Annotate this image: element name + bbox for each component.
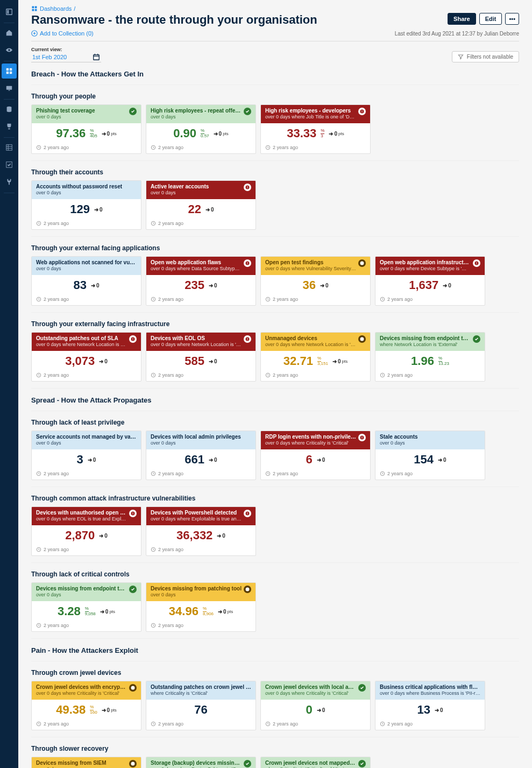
metric-card[interactable]: Devices missing from endpoint tools wher…: [375, 332, 485, 382]
metric-card[interactable]: Open web application infrastructure vuln…: [375, 256, 485, 306]
more-button[interactable]: •••: [505, 13, 519, 25]
date-picker[interactable]: 1st Feb 2020: [31, 52, 101, 62]
sidebar-home-icon[interactable]: [2, 25, 17, 40]
card-value: 76: [194, 703, 207, 717]
clock-icon: [36, 297, 41, 302]
sidebar-dashboard-icon[interactable]: [2, 64, 17, 79]
card-value: 661: [185, 453, 204, 467]
card-delta: ➜ 0: [209, 283, 217, 288]
metric-card[interactable]: Outstanding patches out of SLA over 0 da…: [31, 332, 141, 382]
card-row: Outstanding patches out of SLA over 0 da…: [31, 332, 519, 382]
card-timestamp: 2 years ago: [273, 297, 298, 302]
card-footer: 2 years ago: [32, 621, 141, 631]
sidebar-eye-icon[interactable]: [2, 43, 17, 58]
metric-card[interactable]: Open pen test findings over 0 days where…: [260, 256, 371, 306]
card-timestamp: 2 years ago: [273, 471, 298, 476]
add-to-collection[interactable]: Add to Collection (0): [31, 30, 94, 37]
card-title: Stale accounts: [380, 434, 480, 440]
card-value: 3.28: [58, 604, 81, 618]
dashboard-icon: [31, 5, 38, 12]
svg-rect-76: [247, 512, 248, 514]
section-heading: Breach - How the Attackers Get In: [31, 70, 519, 78]
sidebar-check-icon[interactable]: [2, 157, 17, 172]
status-badge: [244, 335, 251, 343]
metric-card[interactable]: Devices missing from endpoint tools over…: [31, 582, 141, 632]
card-header: Storage (backup) devices missing from en…: [146, 757, 256, 768]
sidebar-trophy-icon[interactable]: [2, 119, 17, 134]
share-button[interactable]: Share: [448, 13, 476, 25]
metric-card[interactable]: Devices missing from SIEM over 0 days 21…: [31, 757, 141, 768]
metric-card[interactable]: High risk employees - repeat offenders o…: [146, 104, 256, 154]
metric-card[interactable]: Active leaver accounts over 0 days 22 ➜ …: [146, 180, 256, 230]
clock-icon: [265, 145, 271, 150]
card-value: 1.96: [411, 354, 434, 368]
card-title: Business critical applications with flaw…: [380, 684, 480, 691]
metric-card[interactable]: Devices with Powershell detected over 0 …: [146, 506, 256, 556]
card-header: Open pen test findings over 0 days where…: [261, 257, 370, 275]
view-label: Current view:: [31, 47, 101, 52]
sidebar-table-icon[interactable]: [2, 140, 17, 155]
metric-card[interactable]: Devices with unauthorised open port dete…: [31, 506, 141, 556]
metric-card[interactable]: Devices with local admin privileges over…: [146, 431, 256, 480]
card-timestamp: 2 years ago: [44, 623, 69, 628]
sidebar-logo[interactable]: [2, 4, 17, 19]
metric-card[interactable]: Business critical applications with flaw…: [375, 681, 485, 730]
filters-button[interactable]: Filters not available: [452, 51, 519, 62]
metric-card[interactable]: Devices missing from patching tool over …: [146, 582, 256, 632]
card-footer: 2 years ago: [146, 143, 256, 153]
metric-card[interactable]: Accounts without password reset over 0 d…: [31, 180, 141, 230]
card-subtitle: over 0 days where Job Title is one of 'D…: [265, 114, 356, 119]
card-header: Devices missing from endpoint tools over…: [32, 583, 141, 601]
card-header: Devices with unauthorised open port dete…: [32, 507, 141, 525]
card-header: Devices with EOL OS over 0 days where Ne…: [146, 333, 256, 351]
card-header: Devices missing from patching tool over …: [146, 583, 256, 601]
section-heading: Pain - How the Attackers Exploit: [31, 646, 519, 654]
card-fraction: %160: [90, 705, 97, 715]
card-footer: 2 years ago: [375, 294, 485, 305]
card-timestamp: 2 years ago: [158, 471, 183, 476]
edit-button[interactable]: Edit: [479, 13, 502, 25]
metric-card[interactable]: Outstanding patches on crown jewel devic…: [146, 681, 256, 730]
card-title: Devices missing from endpoint tools: [36, 586, 127, 592]
card-title: Devices missing from patching tool: [151, 586, 242, 592]
metric-card[interactable]: Unmanaged devices over 0 days where Netw…: [260, 332, 371, 382]
card-body: 97.36 %405 ➜ 0pts: [32, 123, 141, 143]
metric-card[interactable]: Crown jewel devices with encryption over…: [31, 681, 141, 730]
metric-card[interactable]: Open web application flaws over 0 days w…: [146, 256, 256, 306]
card-timestamp: 2 years ago: [158, 623, 183, 628]
card-value: 3,073: [65, 354, 95, 368]
metric-card[interactable]: Stale accounts over 0 days 154 ➜ 0 2 yea…: [375, 431, 485, 480]
metric-card[interactable]: Crown jewel devices not mapped to Busine…: [260, 757, 371, 768]
sidebar-presentation-icon[interactable]: [2, 81, 17, 96]
card-body: 585 ➜ 0: [146, 351, 256, 370]
clock-icon: [36, 721, 41, 727]
card-subtitle: where Criticality is 'Critical': [151, 691, 251, 696]
clock-icon: [265, 721, 271, 727]
sidebar-database-icon[interactable]: [2, 102, 17, 117]
metric-card[interactable]: Phishing test coverage over 0 days 97.36…: [31, 104, 141, 154]
metric-card[interactable]: High risk employees - developers over 0 …: [260, 104, 371, 154]
metric-card[interactable]: Devices with EOL OS over 0 days where Ne…: [146, 332, 256, 382]
sidebar-plug-icon[interactable]: [2, 174, 17, 189]
card-timestamp: 2 years ago: [158, 721, 183, 727]
card-value: 3: [77, 453, 83, 467]
card-value: 129: [70, 202, 90, 216]
card-footer: 2 years ago: [32, 370, 141, 381]
metric-card[interactable]: Crown jewel devices with local admin rig…: [260, 681, 371, 730]
card-footer: 2 years ago: [261, 143, 370, 153]
card-timestamp: 2 years ago: [273, 721, 298, 727]
card-delta: ➜ 0: [209, 457, 217, 463]
card-delta: ➜ 0pts: [329, 131, 344, 137]
breadcrumb-dashboards[interactable]: Dashboards: [40, 5, 72, 12]
card-delta: ➜ 0: [317, 707, 325, 713]
metric-card[interactable]: RDP login events with non-privileged acc…: [260, 431, 371, 480]
metric-card[interactable]: Web applications not scanned for vulnera…: [31, 256, 141, 306]
metric-card[interactable]: Service accounts not managed by vault ov…: [31, 431, 141, 480]
card-value: 0.90: [173, 126, 196, 140]
card-footer: 2 years ago: [146, 545, 256, 555]
metric-card[interactable]: Storage (backup) devices missing from en…: [146, 757, 256, 768]
card-body: 32.71 %3,151 ➜ 0pts: [261, 351, 370, 370]
status-badge: [358, 335, 366, 343]
card-subtitle: where Network Location is 'External': [380, 342, 471, 347]
card-footer: 2 years ago: [32, 143, 141, 153]
